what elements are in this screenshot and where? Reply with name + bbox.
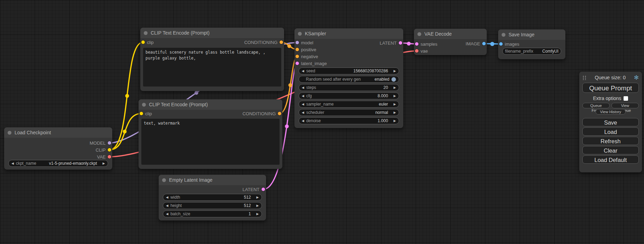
width-widget[interactable]: ◀ width 512 ▶ <box>163 194 262 201</box>
model-slot-icon[interactable] <box>108 141 111 145</box>
input-slot-clip[interactable]: clip <box>141 39 154 46</box>
input-slot-positive[interactable]: positive <box>295 46 316 53</box>
positive-prompt-textarea[interactable]: beautiful scenery nature glass bottle la… <box>143 48 281 87</box>
node-titlebar[interactable]: CLIP Text Encode (Prompt) <box>140 28 284 38</box>
sampler-name-widget[interactable]: ◀ sampler_name euler ▶ <box>299 101 399 108</box>
increment-arrow-icon[interactable]: ▶ <box>256 204 259 207</box>
output-slot-vae[interactable]: VAE <box>97 153 111 160</box>
conditioning-slot-icon[interactable] <box>295 55 299 58</box>
node-vae-decode[interactable]: VAE Decode samples vae IMAGE <box>414 29 487 55</box>
cfg-widget[interactable]: ◀ cfg 8.000 ▶ <box>299 92 399 99</box>
image-slot-icon[interactable] <box>499 42 503 46</box>
decrement-arrow-icon[interactable]: ◀ <box>302 111 304 114</box>
toggle-icon[interactable] <box>391 77 396 82</box>
node-clip-text-encode-positive[interactable]: CLIP Text Encode (Prompt) clip CONDITION… <box>140 28 284 91</box>
output-slot-latent[interactable]: LATENT <box>242 186 265 193</box>
extra-options-checkbox[interactable] <box>624 96 628 101</box>
increment-arrow-icon[interactable]: ▶ <box>103 162 105 165</box>
increment-arrow-icon[interactable]: ▶ <box>256 213 259 216</box>
random-seed-toggle-widget[interactable]: Random seed after every gen enabled <box>299 76 399 83</box>
negative-prompt-textarea[interactable]: text, watermark <box>141 119 280 165</box>
decrement-arrow-icon[interactable]: ◀ <box>302 70 304 73</box>
input-slot-clip[interactable]: clip <box>140 110 152 117</box>
node-ksampler[interactable]: KSampler model positive negative latent_… <box>294 28 403 128</box>
collapse-dot-icon[interactable] <box>502 33 505 37</box>
height-widget[interactable]: ◀ height 512 ▶ <box>163 202 262 209</box>
image-slot-icon[interactable] <box>482 42 486 45</box>
decrement-arrow-icon[interactable]: ◀ <box>302 119 304 123</box>
collapse-dot-icon[interactable] <box>8 131 11 135</box>
widget-value[interactable]: v1-5-pruned-emaonly.ckpt <box>49 161 97 166</box>
increment-arrow-icon[interactable]: ▶ <box>394 94 396 98</box>
collapse-dot-icon[interactable] <box>298 32 302 36</box>
node-titlebar[interactable]: KSampler <box>294 28 403 39</box>
clip-slot-icon[interactable] <box>141 40 145 44</box>
input-slot-samples[interactable]: samples <box>415 40 437 47</box>
drag-handle-icon[interactable] <box>582 75 586 80</box>
ckpt-name-widget[interactable]: ◀ ckpt_name v1-5-pruned-emaonly.ckpt ▶ <box>8 160 108 167</box>
vae-slot-icon[interactable] <box>108 155 111 159</box>
latent-slot-icon[interactable] <box>415 42 418 46</box>
input-slot-latent-image[interactable]: latent_image <box>295 60 327 67</box>
input-slot-images[interactable]: images <box>499 40 519 47</box>
decrement-arrow-icon[interactable]: ◀ <box>166 196 168 199</box>
input-slot-model[interactable]: model <box>295 39 313 46</box>
collapse-dot-icon[interactable] <box>142 103 146 107</box>
clip-slot-icon[interactable] <box>140 112 143 115</box>
output-slot-conditioning[interactable]: CONDITIONING <box>244 39 283 46</box>
node-titlebar[interactable]: Save Image <box>498 29 565 40</box>
increment-arrow-icon[interactable]: ▶ <box>394 119 396 123</box>
steps-widget[interactable]: ◀ steps 20 ▶ <box>299 84 399 91</box>
node-graph-canvas[interactable]: Load Checkpoint MODEL CLIP VAE ◀ ckpt_na… <box>0 0 644 244</box>
denoise-widget[interactable]: ◀ denoise 1.000 ▶ <box>299 117 399 124</box>
node-empty-latent-image[interactable]: Empty Latent Image LATENT ◀ width 512 ▶ … <box>159 175 266 220</box>
node-save-image[interactable]: Save Image images filename_prefix ComfyU… <box>498 29 565 59</box>
latent-slot-icon[interactable] <box>399 41 402 45</box>
settings-gear-icon[interactable]: ✻ <box>634 75 639 81</box>
widget-value[interactable]: ComfyUI <box>542 49 558 54</box>
load-default-button[interactable]: Load Default <box>582 155 639 164</box>
queue-prompt-button[interactable]: Queue Prompt <box>582 83 639 93</box>
save-button[interactable]: Save <box>582 118 639 126</box>
decrement-arrow-icon[interactable]: ◀ <box>302 86 304 89</box>
output-slot-image[interactable]: IMAGE <box>466 40 486 47</box>
node-load-checkpoint[interactable]: Load Checkpoint MODEL CLIP VAE ◀ ckpt_na… <box>4 127 112 170</box>
decrement-arrow-icon[interactable]: ◀ <box>302 94 304 98</box>
increment-arrow-icon[interactable]: ▶ <box>394 86 396 89</box>
vae-slot-icon[interactable] <box>415 49 418 53</box>
input-slot-vae[interactable]: vae <box>415 47 428 54</box>
increment-arrow-icon[interactable]: ▶ <box>394 111 396 114</box>
input-slot-negative[interactable]: negative <box>295 53 318 60</box>
seed-widget[interactable]: ◀ seed 156680208700286 ▶ <box>299 67 399 74</box>
decrement-arrow-icon[interactable]: ◀ <box>11 162 14 165</box>
conditioning-slot-icon[interactable] <box>295 48 299 51</box>
latent-slot-icon[interactable] <box>295 62 299 65</box>
clip-slot-icon[interactable] <box>108 148 111 152</box>
output-slot-clip[interactable]: CLIP <box>96 146 111 153</box>
node-titlebar[interactable]: VAE Decode <box>414 29 487 39</box>
collapse-dot-icon[interactable] <box>162 178 166 182</box>
increment-arrow-icon[interactable]: ▶ <box>256 196 259 199</box>
widget-value[interactable]: normal <box>375 110 388 115</box>
node-titlebar[interactable]: CLIP Text Encode (Prompt) <box>139 99 282 110</box>
widget-value[interactable]: 156680208700286 <box>353 69 388 73</box>
decrement-arrow-icon[interactable]: ◀ <box>166 213 168 216</box>
increment-arrow-icon[interactable]: ▶ <box>394 103 396 106</box>
refresh-button[interactable]: Refresh <box>582 137 639 145</box>
widget-value[interactable]: euler <box>379 102 388 107</box>
widget-value[interactable]: 512 <box>244 195 251 200</box>
view-history-button[interactable]: View History <box>596 109 626 115</box>
decrement-arrow-icon[interactable]: ◀ <box>166 204 168 207</box>
widget-value[interactable]: 1 <box>248 211 251 216</box>
collapse-dot-icon[interactable] <box>144 31 148 35</box>
filename-prefix-widget[interactable]: filename_prefix ComfyUI <box>502 48 561 55</box>
load-button[interactable]: Load <box>582 127 639 136</box>
widget-value[interactable]: 512 <box>244 203 251 208</box>
node-clip-text-encode-negative[interactable]: CLIP Text Encode (Prompt) clip CONDITION… <box>139 99 282 169</box>
view-queue-button[interactable]: View Queue <box>611 103 639 108</box>
conditioning-slot-icon[interactable] <box>280 40 283 44</box>
output-slot-latent[interactable]: LATENT <box>380 39 402 46</box>
batch-size-widget[interactable]: ◀ batch_size 1 ▶ <box>163 210 262 217</box>
collapse-dot-icon[interactable] <box>417 32 421 36</box>
queue-front-button[interactable]: Queue Front <box>582 103 610 108</box>
